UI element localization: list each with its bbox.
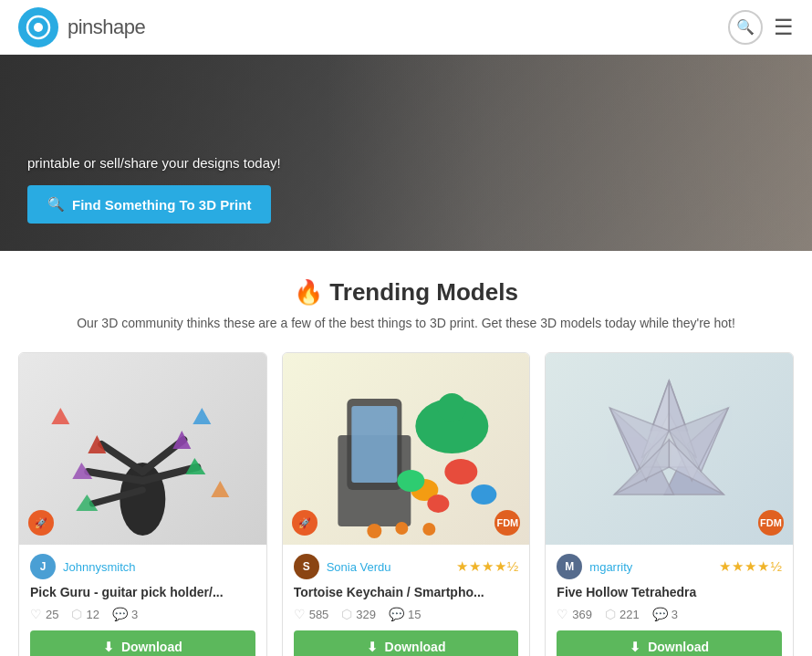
svg-point-23 (471, 484, 496, 505)
svg-marker-9 (172, 431, 191, 449)
star-2-3: ★ (732, 558, 744, 575)
stat-comments-1: 💬 3 (112, 607, 138, 621)
cards-grid: 🚀 J Johnnysmitch Pick Guru - guitar pick… (18, 352, 794, 656)
heart-icon-3: ♡ (557, 607, 568, 621)
card-stats-1: ♡ 25 ⬡ 12 💬 3 (30, 607, 255, 621)
avatar-3: M (557, 554, 582, 579)
rocket-badge-2: 🚀 (292, 510, 318, 536)
comment-icon-2: 💬 (389, 607, 404, 621)
fdm-badge-3: FDM (758, 510, 784, 536)
comment-icon-1: 💬 (112, 607, 128, 621)
search-button[interactable]: 🔍 (728, 10, 763, 45)
find-3d-print-button[interactable]: 🔍 Find Something To 3D Print (27, 185, 271, 224)
card-stats-3: ♡ 369 ⬡ 221 💬 3 (557, 607, 782, 621)
star-3-2: ★ (482, 558, 494, 575)
hero-section: printable or sell/share your designs tod… (0, 55, 812, 251)
logo-icon (18, 7, 58, 47)
card-image-2: 🚀 FDM (283, 353, 530, 545)
menu-button[interactable]: ☰ (774, 15, 794, 40)
svg-marker-14 (193, 408, 211, 424)
star-2-2: ★ (469, 558, 481, 575)
avatar-2: S (294, 554, 319, 579)
svg-point-28 (422, 523, 435, 536)
card-body-1: J Johnnysmitch Pick Guru - guitar pick h… (19, 545, 266, 656)
product-card-1: 🚀 J Johnnysmitch Pick Guru - guitar pick… (18, 352, 267, 656)
hearts-count-3: 369 (572, 608, 592, 621)
trending-section: 🔥 Trending Models Our 3D community think… (0, 251, 812, 656)
download-button-2[interactable]: ⬇ Download (294, 630, 519, 656)
card-author-1: J Johnnysmitch (30, 554, 255, 579)
card-title-3: Five Hollow Tetrahedra (557, 585, 782, 599)
star-3-3: ★ (744, 558, 756, 575)
avatar-1: J (30, 554, 56, 579)
comment-icon-3: 💬 (652, 607, 668, 621)
star-4-3: ★ (757, 558, 769, 575)
prints-count-3: 221 (619, 608, 640, 621)
comments-count-3: 3 (671, 608, 678, 621)
logo-area: pinshape (18, 7, 145, 47)
hearts-count-1: 25 (46, 608, 58, 621)
card-stats-2: ♡ 585 ⬡ 329 💬 15 (294, 607, 519, 621)
stat-hearts-2: ♡ 585 (294, 607, 329, 621)
hero-tagline: printable or sell/share your designs tod… (27, 155, 785, 171)
stars-3: ★ ★ ★ ★ ½ (719, 558, 782, 575)
print-icon-2: ⬡ (341, 607, 352, 621)
hamburger-icon: ☰ (774, 15, 794, 39)
heart-icon-2: ♡ (294, 607, 306, 621)
author-name-3[interactable]: mgarrity (589, 560, 632, 574)
star-5-2: ½ (507, 558, 519, 575)
svg-marker-15 (211, 481, 229, 497)
print-icon-3: ⬡ (605, 607, 616, 621)
svg-line-3 (101, 444, 142, 472)
find-cta-label: Find Something To 3D Print (72, 197, 251, 213)
star-1-2: ★ (456, 558, 468, 575)
card-title-1: Pick Guru - guitar pick holder/... (30, 585, 255, 599)
product-card-2: 🚀 FDM S Sonia Verdu ★ ★ ★ ★ ½ Tortoise K… (282, 352, 531, 656)
svg-point-25 (427, 495, 449, 513)
search-cta-icon: 🔍 (47, 196, 65, 213)
comments-count-1: 3 (131, 608, 138, 621)
stars-2: ★ ★ ★ ★ ½ (456, 558, 519, 575)
card-title-2: Tortoise Keychain / Smartpho... (294, 585, 519, 599)
star-4-2: ★ (494, 558, 506, 575)
star-5-3: ½ (770, 558, 782, 575)
svg-point-24 (397, 470, 424, 492)
star-1-3: ★ (719, 558, 731, 575)
trending-title: 🔥 Trending Models (18, 278, 794, 307)
svg-point-20 (437, 393, 466, 422)
svg-point-1 (34, 23, 43, 32)
card-image-3: FDM (546, 353, 793, 545)
prints-count-2: 329 (356, 608, 376, 621)
stat-hearts-1: ♡ 25 (30, 607, 58, 621)
card-author-2: S Sonia Verdu ★ ★ ★ ★ ½ (294, 554, 519, 579)
download-label-1: Download (121, 640, 182, 654)
header: pinshape 🔍 ☰ (0, 0, 812, 55)
download-icon-2: ⬇ (367, 640, 378, 654)
rocket-badge-1: 🚀 (28, 510, 54, 536)
stat-prints-3: ⬡ 221 (605, 607, 640, 621)
author-name-1[interactable]: Johnnysmitch (63, 560, 135, 574)
stat-prints-1: ⬡ 12 (71, 607, 99, 621)
product-card-3: FDM M mgarrity ★ ★ ★ ★ ½ Five Hollow Tet… (545, 352, 794, 656)
download-label-3: Download (648, 640, 709, 654)
svg-rect-18 (351, 406, 397, 483)
hero-content: printable or sell/share your designs tod… (27, 155, 785, 224)
download-button-3[interactable]: ⬇ Download (557, 630, 782, 656)
comments-count-2: 15 (408, 608, 421, 621)
trending-subtitle: Our 3D community thinks these are a few … (18, 316, 794, 330)
svg-marker-13 (51, 408, 69, 424)
card-image-1: 🚀 (19, 353, 266, 545)
stat-comments-2: 💬 15 (389, 607, 421, 621)
download-icon-1: ⬇ (103, 640, 114, 654)
logo-text: pinshape (68, 16, 145, 39)
prints-count-1: 12 (86, 608, 99, 621)
download-button-1[interactable]: ⬇ Download (30, 630, 255, 656)
card-body-2: S Sonia Verdu ★ ★ ★ ★ ½ Tortoise Keychai… (283, 545, 530, 656)
svg-point-27 (395, 522, 408, 535)
card-illustration-2 (283, 353, 530, 545)
print-icon-1: ⬡ (71, 607, 82, 621)
author-name-2[interactable]: Sonia Verdu (327, 560, 391, 574)
search-icon: 🔍 (736, 18, 755, 36)
svg-point-26 (367, 524, 381, 538)
card-illustration-3 (546, 353, 793, 545)
